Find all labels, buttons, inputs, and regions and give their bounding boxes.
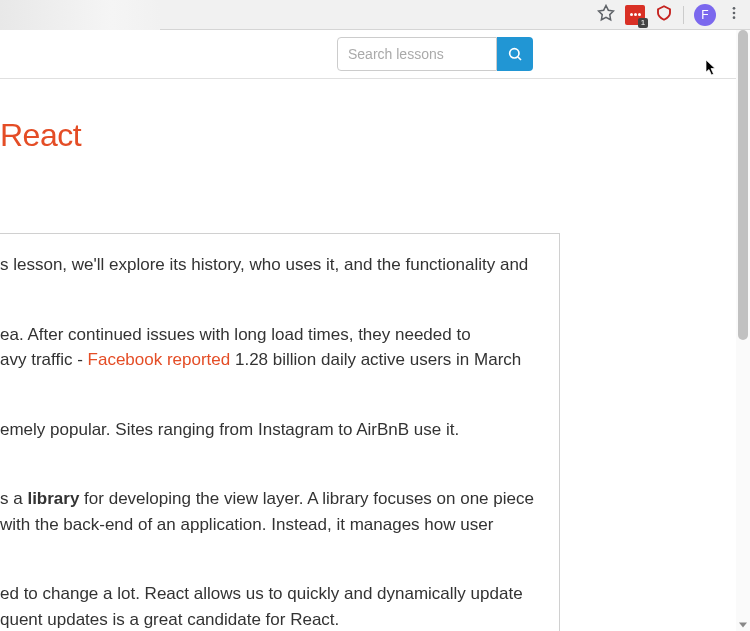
inactive-tab-edge — [0, 0, 160, 30]
scrollbar[interactable] — [736, 30, 750, 631]
lesson-paragraph: emely popular. Sites ranging from Instag… — [0, 417, 541, 443]
svg-line-5 — [518, 57, 521, 60]
toolbar-separator — [683, 6, 684, 24]
svg-point-4 — [510, 49, 519, 58]
search-wrapper — [337, 37, 533, 71]
search-button[interactable] — [497, 37, 533, 71]
svg-marker-0 — [599, 5, 614, 19]
svg-point-2 — [733, 11, 736, 14]
lesson-content: s lesson, we'll explore its history, who… — [0, 233, 560, 631]
svg-point-3 — [733, 16, 736, 19]
lesson-paragraph: s lesson, we'll explore its history, who… — [0, 252, 541, 278]
search-input[interactable] — [337, 37, 497, 71]
profile-avatar[interactable]: F — [694, 4, 716, 26]
lesson-paragraph: ea. After continued issues with long loa… — [0, 322, 541, 373]
extension-icon[interactable] — [625, 5, 645, 25]
page-title: React — [0, 79, 750, 154]
browser-menu-icon[interactable] — [726, 5, 742, 25]
lesson-paragraph: ed to change a lot. React allows us to q… — [0, 581, 541, 631]
extension-shield-icon[interactable] — [655, 4, 673, 26]
svg-point-1 — [733, 7, 736, 10]
browser-toolbar: F — [0, 0, 750, 30]
inline-link[interactable]: Facebook reported — [88, 350, 231, 369]
bookmark-star-icon[interactable] — [597, 4, 615, 26]
svg-marker-6 — [739, 623, 747, 628]
search-icon — [507, 46, 523, 62]
scroll-down-arrow-icon[interactable] — [739, 621, 747, 629]
lesson-paragraph: s a library for developing the view laye… — [0, 486, 541, 537]
site-header — [0, 30, 750, 79]
avatar-letter: F — [701, 8, 708, 22]
scrollbar-thumb[interactable] — [738, 30, 748, 340]
